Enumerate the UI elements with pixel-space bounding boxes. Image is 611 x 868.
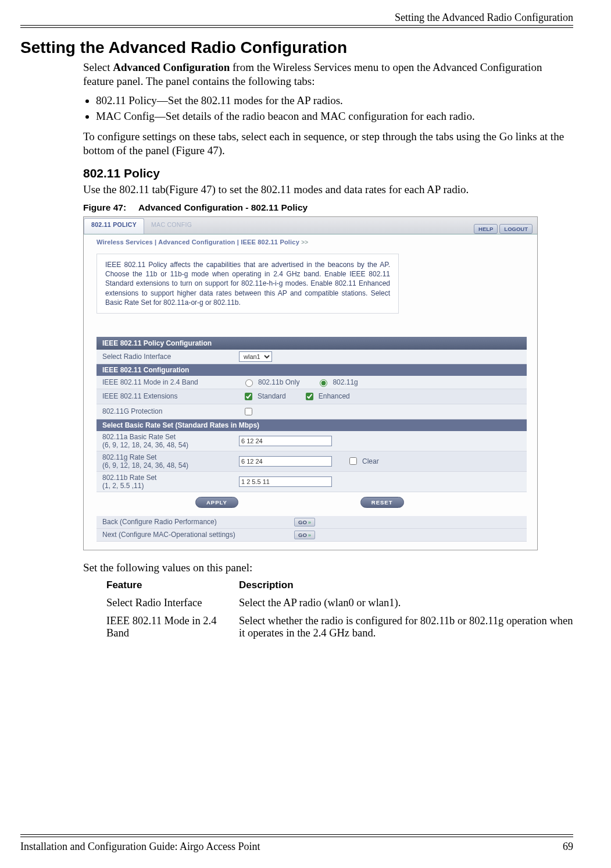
table-header-feature: Feature: [106, 579, 223, 591]
reset-button[interactable]: RESET: [360, 497, 404, 508]
figure-title: Advanced Configuration - 802.11 Policy: [138, 202, 308, 212]
checkbox-clear[interactable]: Clear: [347, 456, 379, 467]
tab-mac-config[interactable]: MAC CONFIG: [144, 219, 199, 234]
label-11a-rate: 802.11a Basic Rate Set (6, 9, 12, 18, 24…: [102, 433, 239, 449]
label-11g-rate: 802.11g Rate Set (6, 9, 12, 18, 24, 36, …: [102, 453, 239, 469]
table-header-description: Description: [239, 579, 573, 591]
button-row: APPLY RESET: [97, 492, 527, 513]
checkbox-enhanced[interactable]: Enhanced: [303, 391, 350, 402]
list-item: 802.11 Policy—Set the 802.11 modes for t…: [96, 93, 573, 108]
input-11a-rate[interactable]: [239, 436, 332, 446]
label-mode-24band: IEEE 802.11 Mode in 2.4 Band: [102, 378, 239, 386]
chevron-right-icon: »: [308, 532, 311, 538]
intro-pre: Select: [83, 61, 113, 73]
go-next-button[interactable]: GO»: [294, 531, 315, 539]
nav-next-row: Next (Configure MAC-Operational settings…: [97, 529, 527, 542]
table-cell-description: Select whether the radio is configured f…: [239, 615, 573, 639]
chevron-right-icon: »: [308, 519, 311, 525]
row-extensions: IEEE 802.11 Extensions Standard Enhanced: [97, 389, 527, 404]
tab-bar: 802.11 POLICY MAC CONFIG HELP LOGOUT: [84, 217, 537, 234]
nav-back-row: Back (Configure Radio Performance) GO»: [97, 516, 527, 529]
header-rule-thick: [20, 25, 573, 26]
row-11b-rate: 802.11b Rate Set (1, 2, 5.5 ,11): [97, 472, 527, 492]
help-button[interactable]: HELP: [474, 224, 498, 234]
after-bullets-paragraph: To configure settings on these tabs, sel…: [83, 130, 573, 158]
checkbox-enhanced-label: Enhanced: [319, 392, 350, 400]
section-header-ieee-config: IEEE 802.11 Configuration: [97, 364, 527, 376]
subsection-paragraph: Use the 802.11 tab(Figure 47) to set the…: [83, 183, 573, 197]
info-description: IEEE 802.11 Policy affects the capabilit…: [97, 254, 399, 314]
radio-80211g[interactable]: 802.11g: [317, 378, 358, 387]
figure-label: Figure 47:: [83, 202, 138, 213]
page-title: Setting the Advanced Radio Configuration: [20, 38, 573, 57]
table-cell-description: Select the AP radio (wlan0 or wlan1).: [239, 597, 573, 609]
input-11g-rate[interactable]: [239, 456, 332, 467]
section-header-rate-set: Select Basic Rate Set (Standard Rates in…: [97, 419, 527, 431]
breadcrumb-text: Wireless Services | Advanced Configurati…: [97, 239, 299, 246]
figure-caption: Figure 47:Advanced Configuration - 802.1…: [83, 202, 573, 213]
list-item: MAC Config—Set details of the radio beac…: [96, 109, 573, 124]
radio-80211g-label: 802.11g: [333, 378, 358, 386]
label-select-radio: Select Radio Interface: [102, 353, 239, 361]
tab-80211-policy[interactable]: 802.11 POLICY: [84, 218, 144, 234]
breadcrumb: Wireless Services | Advanced Configurati…: [84, 234, 537, 254]
apply-button[interactable]: APPLY: [195, 497, 238, 508]
radio-80211b-only[interactable]: 802.11b Only: [242, 378, 299, 387]
input-11b-rate[interactable]: [239, 476, 332, 487]
footer-left-text: Installation and Configuration Guide: Ai…: [20, 841, 260, 853]
nav-next-label: Next (Configure MAC-Operational settings…: [102, 531, 294, 539]
label-extensions: IEEE 802.11 Extensions: [102, 392, 239, 400]
go-text: GO: [298, 519, 307, 525]
running-header: Setting the Advanced Radio Configuration: [20, 12, 573, 24]
page-footer: Installation and Configuration Guide: Ai…: [20, 834, 573, 853]
row-11g-protection: 802.11G Protection: [97, 404, 527, 419]
row-mode-24band: IEEE 802.11 Mode in 2.4 Band 802.11b Onl…: [97, 376, 527, 389]
subsection-title: 802.11 Policy: [83, 166, 573, 180]
checkbox-standard-label: Standard: [258, 392, 286, 400]
checkbox-11g-protection[interactable]: [245, 408, 252, 415]
label-11b-rate: 802.11b Rate Set (1, 2, 5.5 ,11): [102, 474, 239, 490]
select-radio-interface[interactable]: wlan1: [239, 351, 272, 362]
row-11g-rate: 802.11g Rate Set (6, 9, 12, 18, 24, 36, …: [97, 451, 527, 472]
go-back-button[interactable]: GO»: [294, 518, 315, 527]
table-cell-feature: IEEE 802.11 Mode in 2.4 Band: [106, 615, 223, 639]
section-header-policy-config: IEEE 802.11 Policy Configuration: [97, 337, 527, 350]
page-number: 69: [563, 841, 573, 853]
checkbox-clear-label: Clear: [362, 457, 379, 465]
logout-button[interactable]: LOGOUT: [499, 224, 533, 234]
nav-back-label: Back (Configure Radio Performance): [102, 518, 294, 526]
label-11g-protection: 802.11G Protection: [102, 407, 239, 415]
footer-rule-thick: [20, 837, 573, 837]
intro-bold: Advanced Configuration: [113, 61, 230, 73]
go-text: GO: [298, 532, 307, 538]
screenshot-panel: 802.11 POLICY MAC CONFIG HELP LOGOUT Wir…: [83, 216, 538, 550]
feature-table: Feature Description Select Radio Interfa…: [106, 579, 573, 639]
footer-rule-thin: [20, 834, 573, 835]
row-11a-rate: 802.11a Basic Rate Set (6, 9, 12, 18, 24…: [97, 431, 527, 451]
post-figure-paragraph: Set the following values on this panel:: [83, 561, 573, 575]
breadcrumb-sep-icon: >>: [301, 239, 308, 246]
radio-80211b-label: 802.11b Only: [258, 378, 299, 386]
checkbox-standard[interactable]: Standard: [242, 391, 286, 402]
intro-paragraph: Select Advanced Configuration from the W…: [83, 61, 573, 88]
row-select-radio: Select Radio Interface wlan1: [97, 350, 527, 364]
bullet-list: 802.11 Policy—Set the 802.11 modes for t…: [96, 93, 573, 124]
header-rule-thin: [20, 27, 573, 28]
table-cell-feature: Select Radio Interface: [106, 597, 223, 609]
